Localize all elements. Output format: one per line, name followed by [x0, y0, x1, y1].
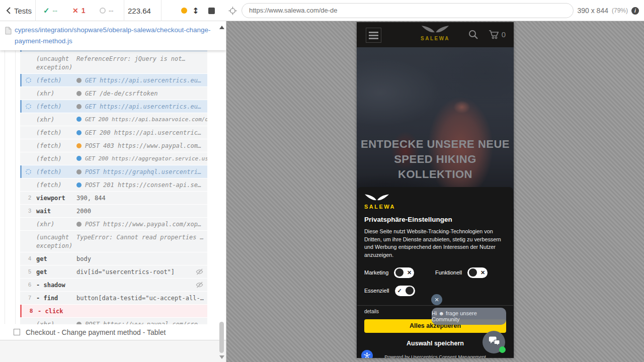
scroll-down-arrow[interactable] [219, 355, 224, 359]
command-name: (xhr) [36, 116, 76, 124]
toggle-label: Funktionell [435, 269, 462, 276]
log-row-gutter [20, 220, 33, 221]
command-detail: POST 403 https://www.paypal.com… [76, 142, 207, 150]
log-row[interactable]: 6- shadow [20, 279, 207, 291]
status-dot [76, 104, 82, 109]
divider [161, 0, 162, 21]
log-row[interactable]: (fetch)GET 200 https://aggregator.servic… [20, 152, 207, 165]
consent-title: Privatsphäre-Einstellungen [364, 216, 506, 223]
x-icon: ✕ [72, 7, 78, 15]
command-name: get [36, 268, 76, 277]
accessibility-icon [363, 352, 371, 358]
log-row-gutter [20, 89, 33, 90]
info-icon[interactable]: i [631, 7, 639, 15]
details-link[interactable]: details [364, 309, 379, 314]
log-row[interactable]: 5getdiv[id="usercentrics-root"] [20, 265, 207, 278]
command-name: viewport [36, 194, 76, 203]
eye-slash-icon [196, 281, 203, 289]
log-row-gutter [20, 181, 33, 182]
command-name: (uncaught exception) [36, 233, 76, 250]
log-row[interactable]: (fetch)GET https://api.usercentrics.eu… [20, 100, 207, 113]
stop-run-button[interactable] [208, 0, 215, 21]
consent-description: Diese Seite nutzt Website-Tracking-Techn… [364, 228, 506, 259]
log-row[interactable]: (fetch)POST https://graphql.usercentri… [20, 165, 207, 178]
pending-stat: -- [100, 0, 113, 21]
command-name: (fetch) [36, 155, 76, 163]
url-input[interactable]: https://www.salewa.com/de-de [242, 3, 574, 18]
auto-scroll-toggle[interactable]: ↕ [192, 0, 199, 21]
scrollbar-thumb[interactable] [219, 322, 224, 353]
log-row[interactable]: (fetch)GET https://api.usercentrics.eu… [20, 74, 207, 86]
passed-stat: ✓ -- [43, 0, 57, 21]
back-to-tests-button[interactable]: Tests [6, 0, 32, 21]
command-name: (fetch) [36, 142, 76, 150]
command-name: (fetch) [36, 129, 76, 137]
viewport-size: 390 x 844 [577, 7, 608, 15]
log-row-gutter: 3 [20, 207, 33, 214]
spec-path-line1: cypress/integration/shopware5/oberalp-sa… [15, 26, 210, 34]
chat-teaser-bubble[interactable]: Hi ☻ frage unsere Community [432, 308, 506, 325]
consent-toggle-funktionell[interactable]: Funktionell✕ [435, 267, 506, 278]
log-row-gutter: 4 [20, 255, 33, 261]
reporter-panel: (fetch)POST https://graphql.usercentri…(… [0, 21, 226, 362]
scroll-up-arrow[interactable] [219, 26, 224, 29]
log-row-gutter: 8 [22, 307, 35, 314]
command-name: wait [36, 207, 76, 216]
toggle-switch[interactable]: ✕ [467, 267, 488, 278]
chat-launcher-button[interactable] [482, 331, 505, 353]
log-row-gutter: 7 [20, 294, 33, 301]
spinner-icon [26, 104, 31, 109]
up-down-arrow-icon: ↕ [192, 6, 199, 16]
toggle-label: Marketing [364, 269, 388, 276]
spinner-icon [26, 169, 31, 174]
x-icon: ✕ [479, 270, 486, 276]
log-row-gutter [20, 233, 33, 234]
consent-toggle-marketing[interactable]: Marketing✕ [364, 267, 435, 278]
command-detail: GET /de-de/csrftoken [76, 89, 207, 98]
consent-toggle-essenziell[interactable]: Essenziell✓ [364, 286, 435, 296]
command-name: (fetch) [36, 103, 76, 111]
toggle-switch[interactable]: ✕ [394, 267, 414, 278]
x-icon: ✕ [406, 270, 413, 276]
log-row[interactable]: 8- click [20, 305, 207, 317]
log-row[interactable]: 3wait2000 [20, 205, 207, 217]
log-row[interactable]: (uncaught exception)TypeError: Cannot re… [20, 231, 207, 252]
command-detail: GET https://api.usercentrics.eu… [76, 103, 207, 111]
log-row[interactable]: 7- findbutton[data-testid="uc-accept-all… [20, 292, 207, 304]
divider [35, 0, 36, 21]
log-row-gutter: 6 [20, 281, 33, 288]
spinner-icon [26, 77, 31, 83]
command-name: - shadow [36, 281, 76, 290]
suite-checkbox[interactable] [14, 329, 20, 335]
log-row[interactable]: (fetch)POST 403 https://www.paypal.com… [20, 139, 207, 152]
app-under-test: SALEWA 0 ENTDECKE UNSERE NEUE SPEED HIKI… [357, 22, 514, 358]
log-row-gutter [20, 129, 33, 129]
command-name: - click [38, 307, 78, 316]
status-dot [76, 143, 82, 148]
command-detail: POST https://www.paypal.com/xop… [76, 220, 207, 228]
log-row[interactable]: (uncaught exception)ReferenceError: jQue… [20, 52, 207, 73]
command-name: (xhr) [36, 220, 76, 229]
back-label: Tests [14, 7, 32, 15]
accessibility-button[interactable] [361, 350, 373, 358]
wings-icon [364, 194, 389, 202]
selector-playground-button[interactable] [228, 0, 237, 21]
passed-count: -- [53, 7, 57, 15]
log-row[interactable]: (xhr)GET 200 https://api.bazaarvoice.com… [20, 113, 207, 126]
spec-file-link[interactable]: cypress/integration/shopware5/oberalp-sa… [15, 25, 210, 50]
brand-name: SALEWA [364, 204, 393, 210]
log-row[interactable]: (fetch)POST 201 https://consent-api.se… [20, 178, 207, 191]
check-icon: ✓ [396, 288, 403, 294]
command-detail: POST 201 https://consent-api.se… [76, 181, 207, 189]
chat-teaser-text: Hi ☻ frage unsere Community [432, 310, 506, 322]
log-row[interactable]: 2viewport390, 844 [20, 192, 207, 204]
command-detail: 390, 844 [76, 194, 207, 202]
log-row[interactable]: (xhr)GET /de-de/csrftoken [20, 87, 207, 100]
teaser-close-button[interactable]: ✕ [431, 294, 442, 305]
log-row[interactable]: 4getbody [20, 252, 207, 265]
command-name: (fetch) [36, 76, 76, 85]
pending-count: -- [109, 7, 113, 15]
toggle-switch[interactable]: ✓ [395, 286, 415, 296]
log-row[interactable]: (xhr)POST https://www.paypal.com/xop… [20, 218, 207, 230]
log-row[interactable]: (fetch)GET 200 https://api.usercentric… [20, 126, 207, 139]
